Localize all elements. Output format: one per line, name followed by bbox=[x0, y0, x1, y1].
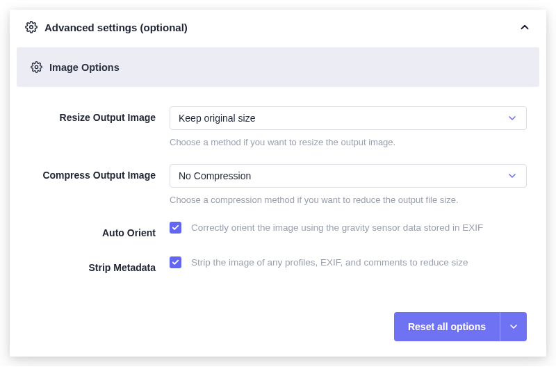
footer: Reset all options bbox=[10, 281, 546, 347]
reset-dropdown-button[interactable] bbox=[500, 312, 527, 341]
auto-orient-label: Auto Orient bbox=[29, 222, 156, 240]
auto-orient-description: Correctly orient the image using the gra… bbox=[191, 222, 483, 233]
resize-select-value: Keep original size bbox=[179, 113, 256, 124]
svg-point-1 bbox=[35, 65, 38, 68]
resize-help: Choose a method if you want to resize th… bbox=[170, 137, 527, 147]
advanced-settings-panel: Advanced settings (optional) Image Optio… bbox=[10, 10, 546, 357]
option-resize: Resize Output Image Keep original size C… bbox=[10, 97, 546, 154]
strip-metadata-label: Strip Metadata bbox=[29, 256, 156, 275]
chevron-down-icon bbox=[507, 113, 518, 124]
strip-metadata-checkbox[interactable] bbox=[170, 256, 181, 268]
chevron-down-icon bbox=[508, 321, 519, 332]
strip-metadata-description: Strip the image of any profiles, EXIF, a… bbox=[191, 257, 468, 268]
option-auto-orient: Auto Orient Correctly orient the image u… bbox=[10, 212, 546, 247]
chevron-up-icon[interactable] bbox=[518, 21, 531, 33]
gear-icon bbox=[25, 21, 38, 33]
panel-header[interactable]: Advanced settings (optional) bbox=[10, 10, 546, 42]
resize-select[interactable]: Keep original size bbox=[170, 106, 527, 130]
chevron-down-icon bbox=[507, 170, 518, 181]
option-compress: Compress Output Image No Compression Cho… bbox=[10, 154, 546, 212]
svg-point-0 bbox=[30, 26, 33, 29]
auto-orient-checkbox[interactable] bbox=[170, 222, 181, 234]
compress-select-value: No Compression bbox=[179, 170, 251, 181]
section-header: Image Options bbox=[17, 47, 539, 87]
compress-help: Choose a compression method if you want … bbox=[170, 195, 527, 205]
reset-button[interactable]: Reset all options bbox=[394, 312, 500, 341]
resize-label: Resize Output Image bbox=[29, 106, 156, 124]
panel-title: Advanced settings (optional) bbox=[44, 22, 512, 33]
gear-icon bbox=[31, 61, 42, 73]
compress-select[interactable]: No Compression bbox=[170, 164, 527, 188]
reset-button-group: Reset all options bbox=[394, 312, 527, 341]
compress-label: Compress Output Image bbox=[29, 164, 156, 182]
section-title: Image Options bbox=[49, 62, 120, 73]
option-strip-metadata: Strip Metadata Strip the image of any pr… bbox=[10, 247, 546, 281]
